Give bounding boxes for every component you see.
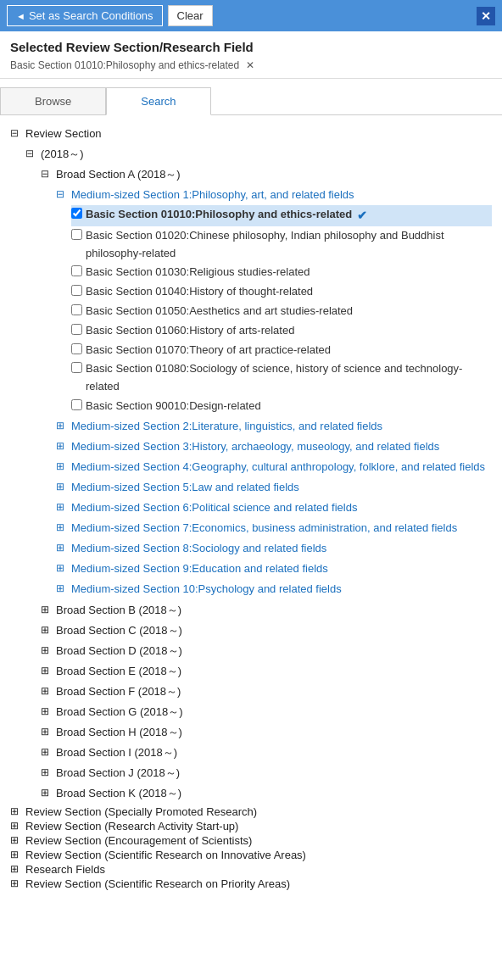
- broad-i-item[interactable]: ⊞ Broad Section I (2018～): [41, 743, 492, 763]
- expand-icon-broad-d: ⊞: [41, 642, 54, 659]
- selected-tag: Basic Section 01010:Philosophy and ethic…: [10, 59, 492, 71]
- expand-icon-broad-c: ⊞: [41, 621, 54, 638]
- broad-j-item[interactable]: ⊞ Broad Section J (2018～): [41, 763, 492, 783]
- research-fields-item[interactable]: ⊞ Research Fields: [10, 862, 492, 877]
- broad-a-label: Broad Section A (2018～): [56, 165, 181, 184]
- broad-f-item[interactable]: ⊞ Broad Section F (2018～): [41, 682, 492, 702]
- medium-10-item[interactable]: ⊞ Medium-sized Section 10:Psychology and…: [56, 579, 492, 599]
- innovative-areas-label: Review Section (Scientific Research on I…: [25, 849, 306, 861]
- broad-b-label: Broad Section B (2018～): [56, 601, 181, 620]
- selected-tag-text: Basic Section 01010:Philosophy and ethic…: [10, 59, 239, 71]
- checkbox-90010[interactable]: [71, 399, 82, 410]
- expand-icon-medium-6: ⊞: [56, 498, 70, 515]
- review-section-root[interactable]: ⊟ Review Section: [10, 124, 492, 144]
- expand-icon-broad-h: ⊞: [41, 723, 54, 740]
- expand-icon-broad-b: ⊞: [41, 601, 54, 618]
- expand-icon-medium-8: ⊞: [56, 539, 70, 556]
- checkbox-01060-label: Basic Section 01060:History of arts-rela…: [86, 322, 294, 340]
- checkbox-01030-label: Basic Section 01030:Religious studies-re…: [86, 264, 310, 281]
- expand-icon-encouragement: ⊞: [10, 834, 24, 846]
- checkbox-01020[interactable]: [71, 229, 82, 240]
- medium-10-label: Medium-sized Section 10:Psychology and r…: [71, 580, 342, 599]
- medium-4-item[interactable]: ⊞ Medium-sized Section 4:Geography, cult…: [56, 457, 492, 477]
- root-children: ⊟ (2018～) ⊟ Broad Section A (2018～): [25, 144, 492, 804]
- expand-icon-medium-10: ⊞: [56, 580, 70, 597]
- broad-h-label: Broad Section H (2018～): [56, 723, 182, 742]
- broad-h-item[interactable]: ⊞ Broad Section H (2018～): [41, 722, 492, 743]
- selected-section-title: Selected Review Section/Research Field: [10, 40, 492, 54]
- medium-2-label: Medium-sized Section 2:Literature, lingu…: [71, 417, 382, 436]
- tab-browse[interactable]: Browse: [0, 87, 106, 114]
- checkbox-01040[interactable]: [71, 285, 82, 296]
- clear-button[interactable]: Clear: [168, 5, 213, 26]
- medium-1-item[interactable]: ⊟ Medium-sized Section 1:Philosophy, art…: [56, 185, 492, 205]
- broad-a-children: ⊟ Medium-sized Section 1:Philosophy, art…: [56, 185, 492, 599]
- checkbox-01060[interactable]: [71, 324, 82, 335]
- expand-icon-medium-7: ⊞: [56, 519, 70, 536]
- checkbox-item-01040: Basic Section 01040:History of thought-r…: [71, 282, 492, 302]
- encouragement-item[interactable]: ⊞ Review Section (Encouragement of Scien…: [10, 833, 492, 848]
- medium-6-label: Medium-sized Section 6:Political science…: [71, 498, 357, 517]
- checkbox-01070[interactable]: [71, 343, 82, 354]
- medium-7-item[interactable]: ⊞ Medium-sized Section 7:Economics, busi…: [56, 518, 492, 538]
- checkbox-01010[interactable]: [71, 208, 82, 219]
- expand-icon-broad-j: ⊞: [41, 764, 54, 781]
- checkbox-01070-label: Basic Section 01070:Theory of art practi…: [86, 342, 331, 359]
- medium-5-item[interactable]: ⊞ Medium-sized Section 5:Law and related…: [56, 477, 492, 498]
- broad-g-item[interactable]: ⊞ Broad Section G (2018～): [41, 702, 492, 722]
- expand-icon-innovative-areas: ⊞: [10, 849, 24, 860]
- medium-9-item[interactable]: ⊞ Medium-sized Section 9:Education and r…: [56, 559, 492, 579]
- broad-e-label: Broad Section E (2018～): [56, 662, 181, 681]
- checkbox-item-01010: Basic Section 01010:Philosophy and ethic…: [71, 205, 492, 226]
- broad-g-label: Broad Section G (2018～): [56, 703, 183, 721]
- priority-areas-label: Review Section (Scientific Research on P…: [25, 877, 290, 890]
- expand-icon-medium-4: ⊞: [56, 458, 70, 475]
- broad-d-item[interactable]: ⊞ Broad Section D (2018～): [41, 641, 492, 661]
- node-2018-label: (2018～): [41, 145, 84, 164]
- expand-icon-medium-9: ⊞: [56, 560, 70, 576]
- checkbox-01030[interactable]: [71, 265, 82, 276]
- medium-7-label: Medium-sized Section 7:Economics, busine…: [71, 519, 457, 537]
- medium-4-label: Medium-sized Section 4:Geography, cultur…: [71, 458, 485, 476]
- medium-1-children: Basic Section 01010:Philosophy and ethic…: [71, 205, 492, 415]
- expand-icon-broad-i: ⊞: [41, 743, 54, 760]
- broad-d-label: Broad Section D (2018～): [56, 642, 182, 660]
- checkbox-item-01050: Basic Section 01050:Aesthetics and art s…: [71, 302, 492, 321]
- research-fields-label: Research Fields: [25, 863, 105, 876]
- broad-e-item[interactable]: ⊞ Broad Section E (2018～): [41, 661, 492, 682]
- checkbox-01080-label: Basic Section 01080:Sociology of science…: [86, 360, 492, 396]
- broad-b-item[interactable]: ⊞ Broad Section B (2018～): [41, 600, 492, 621]
- activity-startup-item[interactable]: ⊞ Review Section (Research Activity Star…: [10, 819, 492, 833]
- checkbox-01010-label: Basic Section 01010:Philosophy and ethic…: [86, 206, 352, 224]
- toolbar: Set as Search Conditions Clear ✕: [0, 0, 502, 31]
- expand-icon-medium-1: ⊟: [56, 186, 70, 203]
- medium-1-label: Medium-sized Section 1:Philosophy, art, …: [71, 186, 354, 204]
- broad-j-label: Broad Section J (2018～): [56, 764, 180, 782]
- medium-3-item[interactable]: ⊞ Medium-sized Section 3:History, archae…: [56, 437, 492, 457]
- medium-8-item[interactable]: ⊞ Medium-sized Section 8:Sociology and r…: [56, 538, 492, 559]
- set-search-button[interactable]: Set as Search Conditions: [7, 5, 163, 26]
- encouragement-label: Review Section (Encouragement of Scienti…: [25, 834, 252, 847]
- broad-a-item[interactable]: ⊟ Broad Section A (2018～): [41, 164, 492, 185]
- broad-k-item[interactable]: ⊞ Broad Section K (2018～): [41, 783, 492, 804]
- expand-icon-broad-g: ⊞: [41, 703, 54, 720]
- node-medium-1: ⊟ Medium-sized Section 1:Philosophy, art…: [56, 185, 492, 415]
- medium-2-item[interactable]: ⊞ Medium-sized Section 2:Literature, lin…: [56, 416, 492, 437]
- remove-tag-button[interactable]: ✕: [246, 59, 254, 71]
- priority-areas-item[interactable]: ⊞ Review Section (Scientific Research on…: [10, 877, 492, 891]
- expand-icon-specially-promoted: ⊞: [10, 805, 24, 817]
- tab-search[interactable]: Search: [106, 87, 210, 115]
- broad-c-item[interactable]: ⊞ Broad Section C (2018～): [41, 621, 492, 641]
- broad-c-label: Broad Section C (2018～): [56, 621, 182, 640]
- specially-promoted-item[interactable]: ⊞ Review Section (Specially Promoted Res…: [10, 805, 492, 819]
- activity-startup-label: Review Section (Research Activity Start-…: [25, 820, 238, 832]
- broad-f-label: Broad Section F (2018～): [56, 682, 181, 701]
- checkbox-item-90010: Basic Section 90010:Design-related: [71, 397, 492, 416]
- expand-icon-research-fields: ⊞: [10, 863, 24, 875]
- innovative-areas-item[interactable]: ⊞ Review Section (Scientific Research on…: [10, 848, 492, 862]
- checkbox-01050[interactable]: [71, 304, 82, 315]
- close-button[interactable]: ✕: [477, 7, 495, 25]
- checkbox-01080[interactable]: [71, 362, 82, 373]
- node-2018-item[interactable]: ⊟ (2018～): [25, 144, 492, 164]
- medium-6-item[interactable]: ⊞ Medium-sized Section 6:Political scien…: [56, 498, 492, 518]
